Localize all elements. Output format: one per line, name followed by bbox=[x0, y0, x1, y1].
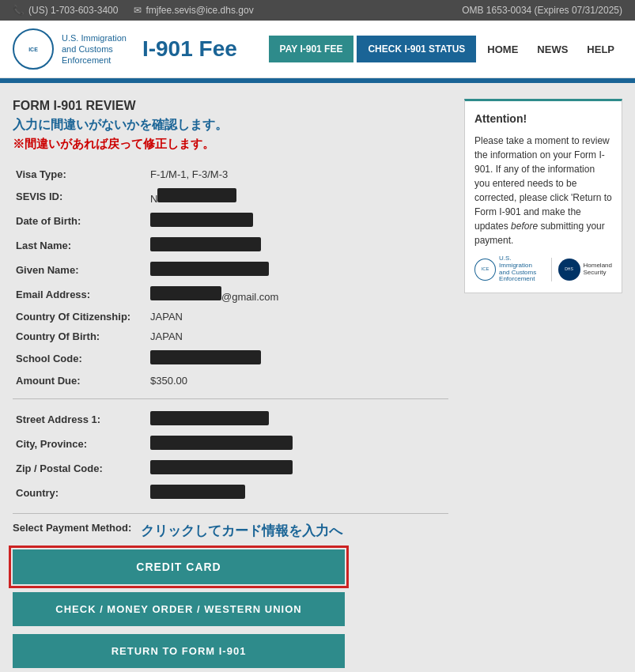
payment-method-row: Select Payment Method: クリックしてカード情報を入力へ bbox=[13, 522, 448, 540]
field-label: Last Name: bbox=[13, 233, 147, 258]
field-value: JAPAN bbox=[147, 307, 448, 327]
redacted-lastname bbox=[150, 237, 261, 251]
top-bar: 📞 (US) 1-703-603-3400 ✉ fmjfee.sevis@ice… bbox=[0, 0, 635, 21]
redacted-city bbox=[150, 436, 293, 450]
credit-card-button[interactable]: CREDIT CARD bbox=[13, 549, 345, 584]
redacted-zip bbox=[150, 460, 293, 474]
field-value bbox=[147, 456, 448, 481]
field-label: Street Address 1: bbox=[13, 407, 147, 432]
hs-logo-bottom: DHS HomelandSecurity bbox=[558, 259, 612, 281]
table-row: City, Province: bbox=[13, 432, 448, 456]
redacted-email bbox=[150, 286, 221, 300]
attention-panel: Attention! Please take a moment to revie… bbox=[464, 99, 622, 293]
field-label: Email Address: bbox=[13, 282, 147, 307]
address-fields-table: Street Address 1: City, Province: Zip / … bbox=[13, 407, 448, 505]
redacted-street bbox=[150, 411, 269, 425]
field-value: @gmail.com bbox=[147, 282, 448, 307]
table-row: Last Name: bbox=[13, 233, 448, 258]
field-value bbox=[147, 432, 448, 456]
field-value bbox=[147, 346, 448, 371]
field-label: School Code: bbox=[13, 346, 147, 371]
field-value: N bbox=[147, 184, 448, 209]
table-row: Visa Type: F-1/M-1, F-3/M-3 bbox=[13, 164, 448, 184]
agency-logo: ICE bbox=[13, 28, 54, 70]
redacted-dob bbox=[150, 213, 253, 227]
attention-title: Attention! bbox=[474, 111, 612, 127]
field-label: Country Of Birth: bbox=[13, 327, 147, 346]
field-value bbox=[147, 209, 448, 233]
field-value bbox=[147, 233, 448, 258]
help-button[interactable]: HELP bbox=[579, 36, 622, 63]
left-panel: FORM I-901 REVIEW 入力に間違いがないかを確認します。 ※間違い… bbox=[13, 99, 448, 672]
return-form-button[interactable]: RETURN TO FORM I-901 bbox=[13, 634, 345, 668]
field-value bbox=[147, 258, 448, 282]
email-icon: ✉ bbox=[134, 5, 142, 16]
logo-bottom: ICE U.S. Immigrationand CustomsEnforceme… bbox=[474, 255, 612, 283]
page-title: I-901 Fee bbox=[142, 36, 269, 62]
ice-small-logo: ICE bbox=[474, 259, 496, 281]
header: ICE U.S. Immigration and Customs Enforce… bbox=[0, 21, 635, 78]
phone-label: 📞 (US) 1-703-603-3400 bbox=[13, 5, 118, 16]
field-label: Given Name: bbox=[13, 258, 147, 282]
main-content: FORM I-901 REVIEW 入力に間違いがないかを確認します。 ※間違い… bbox=[0, 83, 635, 672]
form-subtitle1: 入力に間違いがないかを確認します。 bbox=[13, 116, 448, 134]
field-value: $350.00 bbox=[147, 371, 448, 391]
table-row: Country Of Citizenship: JAPAN bbox=[13, 307, 448, 327]
form-subtitle2: ※間違いがあれば戻って修正します。 bbox=[13, 137, 448, 152]
field-value: JAPAN bbox=[147, 327, 448, 346]
table-row: Zip / Postal Code: bbox=[13, 456, 448, 481]
table-row: Date of Birth: bbox=[13, 209, 448, 233]
attention-body: Please take a moment to review the infor… bbox=[474, 134, 612, 247]
payment-annotation: クリックしてカード情報を入力へ bbox=[141, 522, 342, 540]
logo-area: ICE U.S. Immigration and Customs Enforce… bbox=[13, 28, 127, 70]
redacted-country bbox=[150, 485, 245, 499]
hs-small-logo: DHS bbox=[558, 259, 580, 281]
field-value bbox=[147, 407, 448, 432]
payment-method-label: Select Payment Method: bbox=[13, 522, 131, 534]
table-row: Email Address: @gmail.com bbox=[13, 282, 448, 307]
field-label: Country: bbox=[13, 481, 147, 505]
nav-buttons: PAY I-901 FEE CHECK I-901 STATUS HOME NE… bbox=[269, 36, 622, 63]
phone-icon: 📞 bbox=[13, 5, 25, 16]
field-value: F-1/M-1, F-3/M-3 bbox=[147, 164, 448, 184]
field-value bbox=[147, 481, 448, 505]
news-button[interactable]: NEWS bbox=[529, 36, 576, 63]
field-label: SEVIS ID: bbox=[13, 184, 147, 209]
field-label: Visa Type: bbox=[13, 164, 147, 184]
table-row: School Code: bbox=[13, 346, 448, 371]
redacted-sevis bbox=[157, 188, 236, 202]
check-money-button[interactable]: CHECK / MONEY ORDER / WESTERN UNION bbox=[13, 592, 345, 626]
check-status-button[interactable]: CHECK I-901 STATUS bbox=[357, 36, 476, 62]
pay-fee-button[interactable]: PAY I-901 FEE bbox=[269, 36, 354, 62]
email-label: ✉ fmjfee.sevis@ice.dhs.gov bbox=[134, 5, 253, 16]
omb-label: OMB 1653-0034 (Expires 07/31/2025) bbox=[462, 5, 622, 16]
table-row: Country: bbox=[13, 481, 448, 505]
redacted-givenname bbox=[150, 262, 269, 276]
field-label: Date of Birth: bbox=[13, 209, 147, 233]
form-title: FORM I-901 REVIEW bbox=[13, 99, 448, 113]
field-label: Zip / Postal Code: bbox=[13, 456, 147, 481]
redacted-school bbox=[150, 350, 261, 364]
table-row: Given Name: bbox=[13, 258, 448, 282]
form-fields-table: Visa Type: F-1/M-1, F-3/M-3 SEVIS ID: N … bbox=[13, 164, 448, 391]
field-label: Country Of Citizenship: bbox=[13, 307, 147, 327]
table-row: Amount Due: $350.00 bbox=[13, 371, 448, 391]
home-button[interactable]: HOME bbox=[479, 36, 526, 63]
field-label: Amount Due: bbox=[13, 371, 147, 391]
field-label: City, Province: bbox=[13, 432, 147, 456]
table-row: SEVIS ID: N bbox=[13, 184, 448, 209]
ice-logo-bottom: ICE U.S. Immigrationand CustomsEnforceme… bbox=[474, 255, 545, 283]
table-row: Street Address 1: bbox=[13, 407, 448, 432]
agency-name: U.S. Immigration and Customs Enforcement bbox=[62, 32, 127, 66]
table-row: Country Of Birth: JAPAN bbox=[13, 327, 448, 346]
